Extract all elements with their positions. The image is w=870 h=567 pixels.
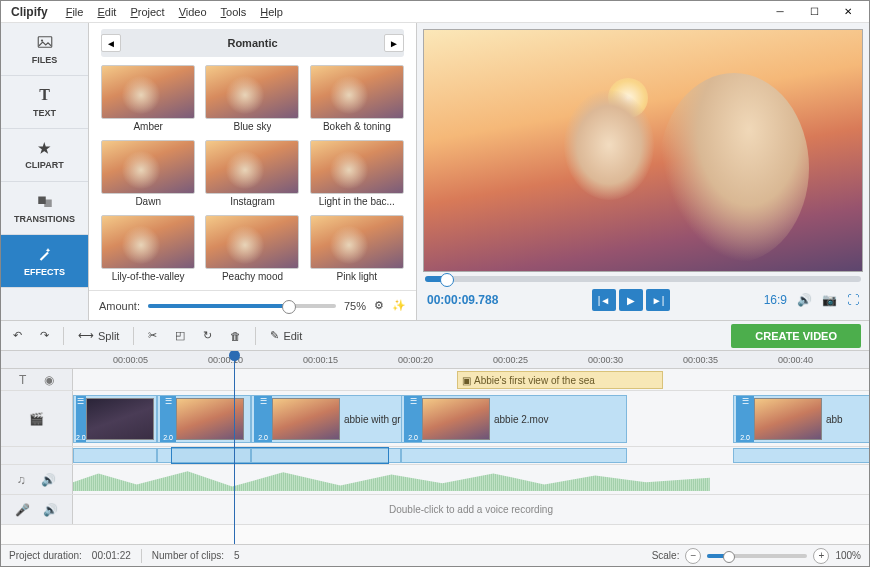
effects-grid: AmberBlue skyBokeh & toningDawnInstagram…: [89, 61, 416, 290]
minimize-button[interactable]: ─: [763, 2, 797, 22]
transition-handle[interactable]: 2.0: [736, 395, 754, 443]
effect-thumb-image: [310, 65, 404, 119]
zoom-in-button[interactable]: +: [813, 548, 829, 564]
menu-tools[interactable]: Tools: [221, 6, 247, 18]
clip-thumbnail: [754, 398, 822, 440]
effect-thumb[interactable]: Amber: [99, 65, 197, 136]
star-icon: ★: [38, 140, 51, 156]
preview-seek-slider[interactable]: [425, 276, 861, 282]
ruler-tick: 00:00:25: [493, 355, 528, 365]
sidebar-label: EFFECTS: [24, 267, 65, 277]
clip-thumbnail: [86, 398, 154, 440]
category-prev-button[interactable]: ◄: [101, 34, 121, 52]
effect-thumb[interactable]: Lily-of-the-valley: [99, 215, 197, 286]
sidebar-tab-clipart[interactable]: ★ CLIPART: [1, 129, 88, 182]
overview-segment[interactable]: [73, 448, 157, 463]
visibility-icon[interactable]: ◉: [44, 373, 54, 387]
undo-button[interactable]: ↶: [9, 327, 26, 344]
text-clip[interactable]: ▣ Abbie's first view of the sea: [457, 371, 663, 389]
preview-canvas[interactable]: [423, 29, 863, 272]
transition-handle[interactable]: 2.0: [254, 395, 272, 443]
settings-icon[interactable]: ⚙: [374, 299, 384, 312]
preview-timecode: 00:00:09.788: [427, 293, 498, 307]
redo-button[interactable]: ↷: [36, 327, 53, 344]
menu-project[interactable]: Project: [130, 6, 164, 18]
overview-segment[interactable]: [733, 448, 869, 463]
next-frame-button[interactable]: ►|: [646, 289, 670, 311]
video-track-body[interactable]: 2.02.02.0abbie with grandma.mov2.0abbie …: [73, 391, 869, 446]
overview-segment[interactable]: [401, 448, 627, 463]
menu-help[interactable]: Help: [260, 6, 283, 18]
effect-thumb-image: [101, 215, 195, 269]
effect-thumb[interactable]: Peachy mood: [203, 215, 301, 286]
volume-icon[interactable]: 🔊: [797, 293, 812, 307]
timeline-ruler[interactable]: 00:00:0500:00:1000:00:1500:00:2000:00:25…: [1, 351, 869, 369]
effect-thumb[interactable]: Blue sky: [203, 65, 301, 136]
snapshot-icon[interactable]: 📷: [822, 293, 837, 307]
sidebar-tab-transitions[interactable]: TRANSITIONS: [1, 182, 88, 235]
close-button[interactable]: ✕: [831, 2, 865, 22]
create-video-button[interactable]: CREATE VIDEO: [731, 324, 861, 348]
fullscreen-icon[interactable]: ⛶: [847, 293, 859, 307]
scale-slider[interactable]: [707, 554, 807, 558]
amount-slider[interactable]: [148, 304, 336, 308]
playhead[interactable]: [234, 351, 235, 544]
category-next-button[interactable]: ►: [384, 34, 404, 52]
edit-button[interactable]: ✎Edit: [266, 327, 306, 344]
delete-button[interactable]: 🗑: [226, 328, 245, 344]
play-button[interactable]: ▶: [619, 289, 643, 311]
amount-row: Amount: 75% ⚙ ✨: [89, 290, 416, 320]
clip-thumbnail: [272, 398, 340, 440]
window-controls: ─ ☐ ✕: [763, 2, 865, 22]
transition-handle[interactable]: 2.0: [76, 395, 86, 443]
rotate-button[interactable]: ↻: [199, 327, 216, 344]
video-track: 🎬 2.02.02.0abbie with grandma.mov2.0abbi…: [1, 391, 869, 447]
video-track-head: 🎬: [1, 391, 73, 446]
video-clip[interactable]: 2.0: [157, 395, 251, 443]
text-track-body[interactable]: ▣ Abbie's first view of the sea: [73, 369, 869, 390]
effect-thumb-label: Light in the bac...: [319, 196, 395, 207]
overview-selection[interactable]: [171, 447, 389, 464]
menu-file[interactable]: File: [66, 6, 84, 18]
effect-thumb[interactable]: Dawn: [99, 140, 197, 211]
wand-icon[interactable]: ✨: [392, 299, 406, 312]
ruler-tick: 00:00:05: [113, 355, 148, 365]
zoom-out-button[interactable]: −: [685, 548, 701, 564]
video-clip[interactable]: 2.0abbie 2.mov: [401, 395, 627, 443]
menu-video[interactable]: Video: [179, 6, 207, 18]
effect-thumb[interactable]: Bokeh & toning: [308, 65, 406, 136]
effect-thumb[interactable]: Instagram: [203, 140, 301, 211]
sidebar-tab-effects[interactable]: EFFECTS: [1, 235, 88, 288]
menu-edit[interactable]: Edit: [97, 6, 116, 18]
image-icon: [36, 33, 54, 51]
audio-waveform[interactable]: [73, 469, 710, 491]
sidebar-tab-text[interactable]: T TEXT: [1, 76, 88, 129]
effect-thumb[interactable]: Pink light: [308, 215, 406, 286]
video-overview-body[interactable]: [73, 447, 869, 464]
category-header: ◄ Romantic ►: [101, 29, 404, 57]
split-button[interactable]: ⟷Split: [74, 327, 123, 344]
effect-thumb[interactable]: Light in the bac...: [308, 140, 406, 211]
prev-frame-button[interactable]: |◄: [592, 289, 616, 311]
video-clip[interactable]: 2.0abb: [733, 395, 869, 443]
transition-handle[interactable]: 2.0: [160, 395, 176, 443]
playback-controls: |◄ ▶ ►|: [592, 289, 670, 311]
effect-thumb-label: Pink light: [337, 271, 378, 282]
voice-track-body[interactable]: Double-click to add a voice recording: [73, 495, 869, 524]
video-overview-head: [1, 447, 73, 464]
cut-button[interactable]: ✂: [144, 327, 161, 344]
music-icon: ♫: [17, 473, 26, 487]
preview-right-controls: 16:9 🔊 📷 ⛶: [764, 293, 859, 307]
crop-button[interactable]: ◰: [171, 327, 189, 344]
audio-track-body[interactable]: [73, 465, 869, 494]
maximize-button[interactable]: ☐: [797, 2, 831, 22]
transition-handle[interactable]: 2.0: [404, 395, 422, 443]
video-clip[interactable]: 2.0: [73, 395, 157, 443]
voice-volume-icon[interactable]: 🔊: [43, 503, 58, 517]
aspect-ratio-label[interactable]: 16:9: [764, 293, 787, 307]
svg-rect-0: [38, 37, 52, 48]
text-clip-label: Abbie's first view of the sea: [474, 375, 595, 386]
sidebar-tab-files[interactable]: FILES: [1, 23, 88, 76]
audio-volume-icon[interactable]: 🔊: [41, 473, 56, 487]
sidebar-label: CLIPART: [25, 160, 63, 170]
